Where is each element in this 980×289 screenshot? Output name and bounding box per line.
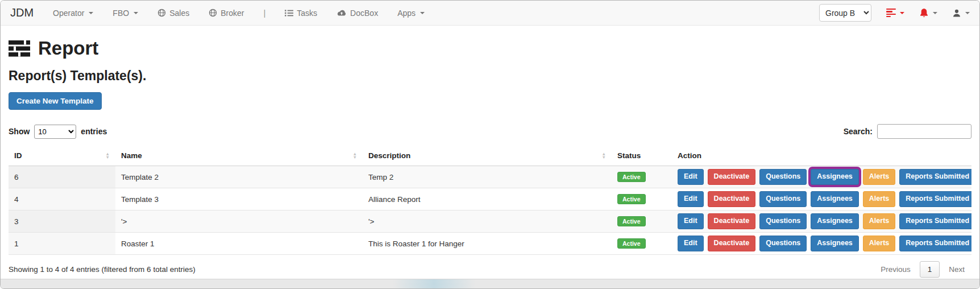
status-badge: Active bbox=[617, 172, 646, 182]
chevron-down-icon bbox=[89, 12, 93, 14]
questions-button[interactable]: Questions bbox=[759, 213, 807, 229]
nav-item-label: FBO bbox=[113, 9, 129, 18]
main-content: Report Report(s) Template(s). Create New… bbox=[1, 26, 979, 278]
page-1-button[interactable]: 1 bbox=[920, 261, 940, 278]
table-row: 3'>'>ActiveEditDeactivateQuestionsAssign… bbox=[9, 210, 971, 233]
navbar-right: Group B bbox=[819, 4, 970, 22]
next-page-button[interactable]: Next bbox=[942, 262, 971, 277]
column-header-label: ID bbox=[14, 151, 22, 160]
column-header-status: Status bbox=[612, 146, 672, 166]
report-tasks-icon bbox=[9, 40, 31, 57]
nav-item-fbo[interactable]: FBO bbox=[113, 9, 138, 18]
column-header-description[interactable]: Description▲▼ bbox=[363, 146, 612, 166]
status-badge: Active bbox=[617, 216, 646, 226]
entries-label: entries bbox=[81, 127, 107, 136]
brand-logo[interactable]: JDM bbox=[10, 6, 34, 19]
cell-description: '> bbox=[363, 210, 612, 233]
create-new-template-button[interactable]: Create New Template bbox=[9, 92, 102, 110]
templates-table: ID▲▼Name▲▼Description▲▼StatusAction 6Tem… bbox=[9, 146, 971, 255]
column-header-name[interactable]: Name▲▼ bbox=[115, 146, 363, 166]
globe-icon bbox=[157, 9, 166, 17]
chevron-down-icon bbox=[965, 12, 970, 14]
cell-id: 4 bbox=[9, 188, 115, 210]
nav-item-broker[interactable]: Broker bbox=[209, 9, 244, 18]
table-header-row: ID▲▼Name▲▼Description▲▼StatusAction bbox=[9, 146, 971, 166]
group-select[interactable]: Group B bbox=[819, 4, 871, 22]
sort-icon[interactable]: ▲▼ bbox=[353, 152, 357, 159]
page-subtitle: Report(s) Template(s). bbox=[9, 68, 971, 84]
reports-submitted-button[interactable]: Reports Submitted bbox=[899, 213, 971, 229]
deactivate-button[interactable]: Deactivate bbox=[708, 169, 756, 185]
entries-summary: Showing 1 to 4 of 4 entries (filtered fr… bbox=[9, 265, 196, 274]
page-length-control: Show 10 entries bbox=[9, 125, 107, 139]
nav-item-tasks[interactable]: Tasks bbox=[285, 9, 317, 18]
nav-divider: | bbox=[263, 8, 265, 18]
assignees-button[interactable]: Assignees bbox=[811, 213, 859, 229]
sort-icon[interactable]: ▲▼ bbox=[602, 152, 606, 159]
cell-name: Template 3 bbox=[115, 188, 363, 210]
deactivate-button[interactable]: Deactivate bbox=[708, 236, 756, 251]
cell-description: Temp 2 bbox=[363, 166, 612, 188]
nav-item-label: Broker bbox=[221, 9, 244, 18]
questions-button[interactable]: Questions bbox=[759, 191, 807, 207]
nav-item-operator[interactable]: Operator bbox=[53, 9, 93, 18]
nav-item-label: Sales bbox=[169, 9, 189, 18]
cell-id: 3 bbox=[9, 210, 115, 233]
edit-button[interactable]: Edit bbox=[678, 236, 704, 251]
pagination: Previous 1 Next bbox=[874, 261, 971, 278]
page-length-select[interactable]: 10 bbox=[34, 125, 76, 139]
cell-id: 1 bbox=[9, 233, 115, 255]
assignees-button[interactable]: Assignees bbox=[811, 191, 859, 207]
chevron-down-icon bbox=[900, 12, 904, 14]
table-controls: Show 10 entries Search: bbox=[9, 124, 971, 139]
alerts-button[interactable]: Alerts bbox=[863, 191, 895, 207]
edit-button[interactable]: Edit bbox=[678, 191, 704, 207]
column-header-label: Description bbox=[368, 151, 410, 160]
alerts-button[interactable]: Alerts bbox=[863, 213, 895, 229]
alerts-button[interactable]: Alerts bbox=[863, 169, 895, 185]
assignees-button[interactable]: Assignees bbox=[811, 169, 859, 185]
cell-actions: EditDeactivateQuestionsAssigneesAlertsRe… bbox=[672, 188, 971, 210]
deactivate-button[interactable]: Deactivate bbox=[708, 191, 756, 207]
previous-page-button[interactable]: Previous bbox=[874, 262, 917, 277]
menu-lines-icon bbox=[886, 9, 896, 18]
column-header-label: Name bbox=[121, 151, 142, 160]
deactivate-button[interactable]: Deactivate bbox=[708, 213, 756, 229]
user-menu-dropdown[interactable] bbox=[952, 9, 970, 18]
scrollbar-thumb[interactable] bbox=[393, 279, 475, 288]
cell-description: This is Roaster 1 for Hanger bbox=[363, 233, 612, 255]
cell-actions: EditDeactivateQuestionsAssigneesAlertsRe… bbox=[672, 233, 971, 255]
cell-name: Template 2 bbox=[115, 166, 363, 188]
alerts-button[interactable]: Alerts bbox=[863, 236, 895, 251]
menu-lines-dropdown[interactable] bbox=[886, 9, 904, 18]
horizontal-scrollbar[interactable] bbox=[1, 279, 979, 288]
nav-item-sales[interactable]: Sales bbox=[157, 9, 189, 18]
questions-button[interactable]: Questions bbox=[759, 169, 807, 185]
table-row: 1Roaster 1This is Roaster 1 for HangerAc… bbox=[9, 233, 971, 255]
sort-icon[interactable]: ▲▼ bbox=[106, 152, 110, 159]
nav-item-apps[interactable]: Apps bbox=[397, 9, 425, 18]
edit-button[interactable]: Edit bbox=[678, 169, 704, 185]
cell-status: Active bbox=[612, 166, 672, 188]
list-icon bbox=[285, 9, 293, 17]
reports-submitted-button[interactable]: Reports Submitted bbox=[899, 236, 971, 251]
search-input[interactable] bbox=[877, 124, 971, 139]
user-icon bbox=[952, 9, 961, 18]
edit-button[interactable]: Edit bbox=[678, 213, 704, 229]
app-window: JDM OperatorFBOSalesBroker|TasksDocBoxAp… bbox=[0, 0, 980, 289]
nav-item-docbox[interactable]: DocBox bbox=[337, 9, 378, 18]
assignees-button[interactable]: Assignees bbox=[811, 236, 859, 251]
cell-description: Alliance Report bbox=[363, 188, 612, 210]
reports-submitted-button[interactable]: Reports Submitted bbox=[899, 191, 971, 207]
column-header-label: Action bbox=[678, 151, 701, 160]
cell-actions: EditDeactivateQuestionsAssigneesAlertsRe… bbox=[672, 210, 971, 233]
questions-button[interactable]: Questions bbox=[759, 236, 807, 251]
notifications-dropdown[interactable] bbox=[919, 8, 937, 18]
cell-status: Active bbox=[612, 233, 672, 255]
reports-submitted-button[interactable]: Reports Submitted bbox=[899, 169, 971, 185]
status-badge: Active bbox=[617, 194, 646, 204]
column-header-id[interactable]: ID▲▼ bbox=[9, 146, 115, 166]
search-label: Search: bbox=[844, 127, 873, 136]
cell-name: '> bbox=[115, 210, 363, 233]
table-footer: Showing 1 to 4 of 4 entries (filtered fr… bbox=[9, 255, 971, 278]
